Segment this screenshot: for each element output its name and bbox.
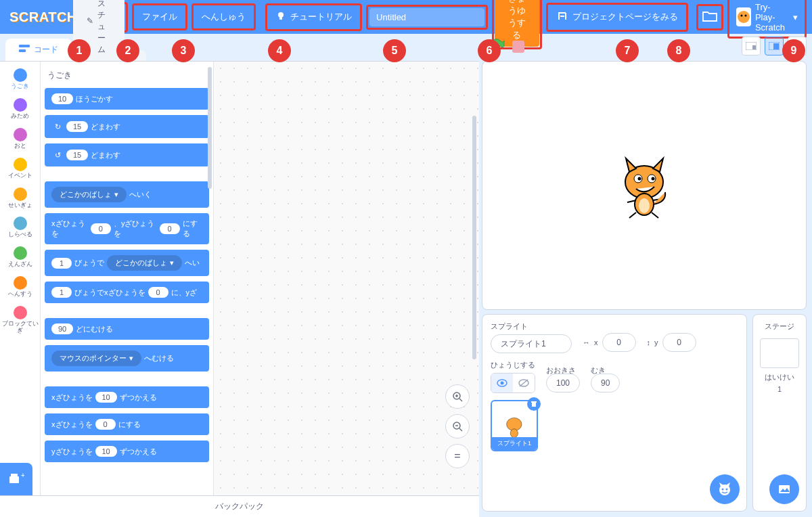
scrollbar[interactable] [208, 67, 212, 189]
category-イベント[interactable]: イベント [0, 154, 40, 183]
block-dropdown[interactable]: どこかのばしょ ▾ [51, 187, 127, 202]
block-text: yざひょうを [51, 447, 93, 457]
file-menu[interactable]: ファイル [132, 3, 187, 30]
block-input[interactable]: 1 [51, 258, 72, 269]
visibility-toggle [491, 373, 535, 393]
avatar [736, 7, 751, 26]
category-しらべる[interactable]: しらべる [0, 212, 40, 242]
tab-code-label: コード [34, 44, 58, 55]
block-dropdown[interactable]: マウスのポインター ▾ [51, 351, 141, 366]
sprite-thumb-label: スプライト1 [492, 437, 537, 450]
block-palette[interactable]: うごき 10 ほうごかす ↻ 15 どまわす ↺ 15 どまわす どこ [41, 62, 214, 495]
lightbulb-icon [275, 11, 286, 24]
block-turn-right[interactable]: ↻ 15 どまわす [45, 115, 209, 138]
large-stage-button[interactable] [765, 37, 784, 55]
sprite-info-pane: スプライト ↔ x 0 ↕ y 0 [482, 314, 747, 512]
direction-input[interactable]: 90 [591, 374, 620, 392]
tutorials-menu[interactable]: チュートリアル [265, 3, 362, 31]
stage-thumbnail[interactable] [760, 338, 799, 368]
category-color-icon [14, 246, 27, 260]
x-label: x [594, 338, 598, 346]
block-input[interactable]: 15 [66, 150, 88, 160]
svg-point-36 [510, 429, 518, 438]
svg-rect-4 [279, 18, 282, 20]
annotation-3: 3 [172, 39, 195, 62]
block-input[interactable]: 15 [66, 121, 88, 132]
cat-face-icon [717, 481, 733, 497]
block-glide-xy[interactable]: 1 びょうでxざひょうを 0 に、yざ [45, 282, 209, 303]
block-input[interactable]: 90 [51, 323, 73, 334]
category-うごき[interactable]: うごき [0, 64, 40, 94]
show-button[interactable] [491, 374, 513, 392]
block-point-dir[interactable]: 90 どにむける [45, 318, 209, 340]
right-column: スプライト ↔ x 0 ↕ y 0 [479, 61, 812, 517]
block-input[interactable]: 10 [95, 446, 117, 457]
backpack[interactable]: バックパック [0, 495, 479, 517]
category-えんざん[interactable]: えんざん [0, 242, 40, 272]
see-project-page[interactable]: プロジェクトページをみる [546, 3, 688, 32]
x-input[interactable]: 0 [602, 333, 636, 352]
block-input[interactable]: 1 [51, 287, 72, 298]
script-workspace[interactable]: = [214, 62, 479, 495]
svg-point-32 [501, 382, 504, 385]
zoom-out-button[interactable] [445, 414, 470, 439]
block-input[interactable]: 0 [148, 287, 168, 298]
block-goto-menu[interactable]: どこかのばしょ ▾ へいく [45, 181, 209, 208]
sprite-cat-on-stage[interactable] [612, 152, 677, 219]
block-input[interactable]: 0 [91, 223, 111, 234]
category-label: へんすう [8, 291, 32, 298]
block-set-x[interactable]: xざひょうを 0 にする [45, 413, 209, 435]
category-color-icon [14, 68, 27, 82]
block-glide-menu[interactable]: 1 びょうで どこかのばしょ ▾ へい [45, 250, 209, 276]
block-text: ずつかえる [120, 392, 157, 403]
block-input[interactable]: 0 [160, 223, 180, 234]
hide-button[interactable] [513, 374, 535, 392]
category-ブロックていぎ[interactable]: ブロックていぎ [0, 302, 40, 338]
block-point-towards[interactable]: マウスのポインター ▾ へむける [45, 345, 209, 372]
my-stuff-button[interactable] [696, 4, 723, 30]
small-stage-button[interactable] [742, 37, 761, 55]
block-goto-xy[interactable]: xざひょうを 0 、yざひょうを 0 にする [45, 213, 209, 244]
category-color-icon [14, 98, 27, 112]
eye-off-icon [518, 379, 529, 387]
annotation-9: 9 [782, 39, 805, 62]
sprite-thumbnail[interactable]: スプライト1 [491, 400, 538, 451]
block-change-y[interactable]: yざひょうを 10 ずつかえる [45, 441, 209, 462]
add-backdrop-button[interactable] [769, 474, 799, 504]
category-へんすう[interactable]: へんすう [0, 272, 40, 302]
category-column: うごきみためおとイベントせいぎょしらべるえんざんへんすうブロックていぎ [0, 62, 41, 495]
category-せいぎょ[interactable]: せいぎょ [0, 183, 40, 213]
block-turn-left[interactable]: ↺ 15 どまわす [45, 143, 209, 166]
category-label: うごき [11, 83, 29, 90]
project-title-input[interactable] [369, 8, 484, 26]
block-move-steps[interactable]: 10 ほうごかす [45, 88, 209, 110]
block-input[interactable]: 10 [95, 392, 117, 403]
category-おと[interactable]: おと [0, 124, 40, 154]
user-menu[interactable]: Try-Play-Scratch ▾ [727, 0, 807, 39]
zoom-reset-button[interactable]: = [445, 444, 470, 468]
block-text: に、yざ [171, 288, 198, 298]
category-label: えんざん [8, 261, 32, 268]
scratch-logo[interactable]: SCRATCH [9, 9, 77, 25]
arrow-h-icon: ↔ [583, 338, 590, 346]
svg-text:+: + [21, 472, 24, 479]
zoom-controls: = [445, 384, 470, 468]
svg-point-3 [278, 12, 284, 18]
size-input[interactable]: 100 [546, 374, 580, 392]
block-input[interactable]: 0 [95, 419, 116, 430]
stop-icon[interactable] [512, 41, 524, 53]
block-dropdown[interactable]: どこかのばしょ ▾ [107, 255, 182, 271]
tab-code[interactable]: コード [5, 39, 72, 61]
stage[interactable] [482, 61, 807, 310]
add-extension-button[interactable]: + [0, 463, 32, 495]
delete-sprite-button[interactable] [527, 397, 541, 411]
y-input[interactable]: 0 [662, 333, 696, 352]
edit-menu[interactable]: へんしゅう [191, 3, 256, 30]
block-input[interactable]: 10 [51, 93, 73, 104]
add-sprite-button[interactable] [710, 474, 740, 504]
scrollbar[interactable] [472, 116, 476, 359]
sprite-name-input[interactable] [491, 334, 572, 353]
zoom-in-button[interactable] [445, 384, 470, 409]
category-みため[interactable]: みため [0, 94, 40, 124]
block-change-x[interactable]: xざひょうを 10 ずつかえる [45, 386, 209, 408]
